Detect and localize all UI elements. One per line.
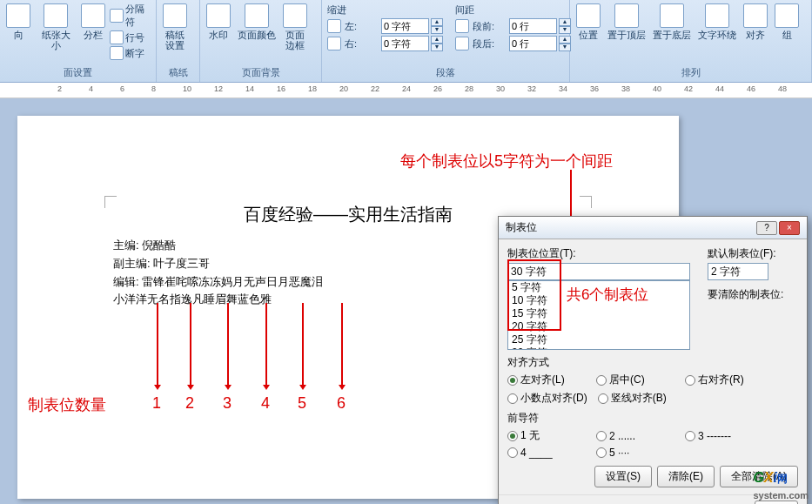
arrow-3 bbox=[227, 303, 229, 386]
radio-icon bbox=[685, 431, 695, 441]
watermark-button[interactable]: 水印 bbox=[204, 2, 233, 42]
orientation-button[interactable]: 向 bbox=[3, 2, 33, 42]
align-section-title: 对齐方式 bbox=[507, 355, 798, 370]
default-tab-label: 默认制表位(F): bbox=[708, 246, 798, 261]
page-color-label: 页面颜色 bbox=[238, 30, 276, 40]
list-item[interactable]: 15 字符 bbox=[508, 307, 689, 320]
manuscript-btn-label: 稿纸 设置 bbox=[165, 30, 185, 50]
radio-icon bbox=[507, 375, 518, 386]
dialog-title-text: 制表位 bbox=[506, 220, 537, 235]
columns-label: 分栏 bbox=[84, 30, 103, 40]
radio-icon bbox=[507, 393, 518, 404]
space-after-label: 段后: bbox=[473, 37, 507, 50]
anno-n6: 6 bbox=[337, 394, 346, 413]
radio-icon bbox=[596, 375, 607, 386]
align-button[interactable]: 对齐 bbox=[741, 2, 770, 42]
clear-button[interactable]: 清除(E) bbox=[657, 466, 715, 487]
radio-leader-3[interactable]: 3 ------- bbox=[685, 428, 763, 443]
position-label: 位置 bbox=[579, 30, 598, 40]
group-objects-button[interactable]: 组 bbox=[772, 2, 802, 42]
radio-leader-5[interactable]: 5 ···· bbox=[596, 447, 674, 459]
arrow-5 bbox=[302, 303, 304, 386]
manuscript-group-label: 稿纸 bbox=[160, 65, 196, 80]
radio-leader-4[interactable]: 4 ____ bbox=[507, 447, 586, 459]
arrow-4 bbox=[265, 303, 267, 386]
anno-n5: 5 bbox=[298, 394, 306, 413]
leader-section-title: 前导符 bbox=[507, 411, 798, 426]
tabs-dialog: 制表位 ? × 制表位位置(T): 5 字符 10 字符 15 字符 20 字符… bbox=[498, 216, 808, 504]
anno-n1: 1 bbox=[152, 394, 161, 413]
radio-icon bbox=[596, 431, 607, 441]
list-item[interactable]: 30 字符 bbox=[508, 346, 689, 350]
spin-up[interactable]: ▲ bbox=[431, 18, 443, 26]
horizontal-ruler[interactable]: 2468101214161820222426283032343638404244… bbox=[0, 83, 812, 98]
arrow-1 bbox=[157, 303, 158, 386]
clear-tab-label: 要清除的制表位: bbox=[708, 287, 798, 302]
tab-pos-label: 制表位位置(T): bbox=[507, 246, 690, 261]
page-color-button[interactable]: 页面颜色 bbox=[235, 2, 278, 42]
radio-decimal[interactable]: 小数点对齐(D) bbox=[507, 391, 587, 406]
line-num-icon bbox=[110, 30, 124, 44]
page-border-button[interactable]: 页面 边框 bbox=[280, 2, 310, 52]
spin-down[interactable]: ▼ bbox=[559, 44, 571, 51]
radio-right[interactable]: 右对齐(R) bbox=[685, 373, 763, 387]
background-group-label: 页面背景 bbox=[204, 65, 318, 80]
space-before-icon bbox=[455, 19, 469, 33]
bring-front-button[interactable]: 置于顶层 bbox=[605, 2, 648, 42]
indent-right-input[interactable] bbox=[381, 36, 429, 51]
spin-up[interactable]: ▲ bbox=[559, 18, 571, 26]
indent-left-label: 左: bbox=[345, 20, 379, 33]
site-watermark: GXi网system.com bbox=[753, 470, 809, 502]
anno-tabs-count: 共6个制表位 bbox=[567, 285, 648, 305]
radio-center[interactable]: 居中(C) bbox=[596, 373, 674, 387]
group-background: 水印 页面颜色 页面 边框 页面背景 bbox=[200, 0, 322, 82]
hyphen-icon bbox=[110, 46, 124, 60]
radio-icon bbox=[598, 393, 608, 404]
radio-left[interactable]: 左对齐(L) bbox=[507, 373, 586, 387]
group-paragraph: 缩进 左:▲▼ 右:▲▼ 间距 段前:▲▼ 段后:▲▼ 段落 bbox=[322, 0, 570, 82]
send-back-button[interactable]: 置于底层 bbox=[650, 2, 694, 42]
radio-icon bbox=[596, 447, 607, 458]
spin-down[interactable]: ▼ bbox=[559, 26, 571, 34]
radio-icon bbox=[507, 447, 518, 458]
group-arrange: 位置 置于顶层 置于底层 文字环绕 对齐 组 排列 bbox=[570, 0, 812, 82]
list-item[interactable]: 25 字符 bbox=[508, 333, 689, 346]
position-button[interactable]: 位置 bbox=[574, 2, 603, 42]
spacing-title: 间距 bbox=[455, 3, 571, 17]
page-setup-label: 面设置 bbox=[3, 65, 152, 80]
set-button[interactable]: 设置(S) bbox=[594, 466, 652, 487]
dialog-titlebar[interactable]: 制表位 ? × bbox=[499, 217, 807, 239]
dialog-help-button[interactable]: ? bbox=[756, 221, 777, 235]
anno-bottom-label: 制表位数量 bbox=[28, 394, 106, 415]
radio-icon bbox=[507, 431, 518, 441]
size-button[interactable]: 纸张大小 bbox=[35, 2, 77, 52]
radio-leader-2[interactable]: 2 ...... bbox=[596, 428, 674, 443]
indent-left-input[interactable] bbox=[381, 18, 429, 34]
list-item[interactable]: 20 字符 bbox=[508, 320, 689, 333]
radio-leader-1[interactable]: 1 无 bbox=[507, 428, 586, 443]
tab-pos-input[interactable] bbox=[507, 263, 690, 280]
dialog-close-button[interactable]: × bbox=[779, 221, 800, 235]
leader-radios: 1 无 2 ...... 3 ------- 4 ____ 5 ···· bbox=[507, 428, 798, 459]
columns-button[interactable]: 分栏 bbox=[78, 2, 108, 42]
spin-down[interactable]: ▼ bbox=[431, 44, 443, 51]
line-numbers-button[interactable]: 行号 bbox=[110, 30, 152, 45]
spin-down[interactable]: ▼ bbox=[431, 26, 443, 34]
spin-up[interactable]: ▲ bbox=[431, 36, 443, 44]
spin-up[interactable]: ▲ bbox=[559, 36, 571, 44]
manuscript-button[interactable]: 稿纸 设置 bbox=[160, 2, 190, 52]
arrange-group-label: 排列 bbox=[574, 65, 808, 80]
radio-bar[interactable]: 竖线对齐(B) bbox=[598, 391, 676, 406]
size-label: 纸张大小 bbox=[37, 30, 74, 50]
orientation-label: 向 bbox=[14, 30, 23, 40]
page-border-label: 页面 边框 bbox=[285, 30, 305, 50]
arrow-6 bbox=[341, 303, 343, 386]
space-before-input[interactable] bbox=[509, 18, 557, 34]
text-wrap-button[interactable]: 文字环绕 bbox=[695, 2, 739, 42]
space-after-input[interactable] bbox=[509, 36, 557, 51]
breaks-button[interactable]: 分隔符 bbox=[110, 2, 152, 30]
default-tab-input[interactable] bbox=[708, 263, 768, 280]
anno-n4: 4 bbox=[261, 394, 270, 413]
hyphenation-button[interactable]: 断字 bbox=[110, 45, 152, 61]
group-manuscript: 稿纸 设置 稿纸 bbox=[157, 0, 200, 82]
